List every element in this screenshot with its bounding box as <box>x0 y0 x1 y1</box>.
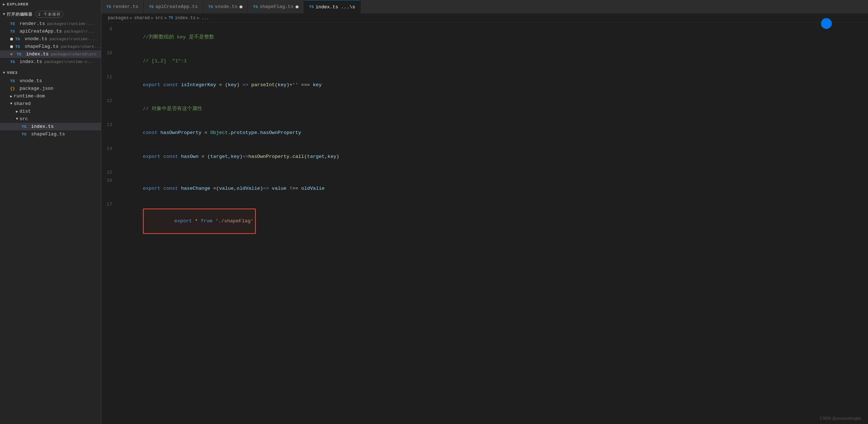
tab-label: apiCreateApp.ts <box>156 4 198 9</box>
open-file-index-runtime[interactable]: TS index.ts packages\runtime-c... <box>0 58 101 66</box>
open-editors-header[interactable]: ▼ 打开的编辑器 2 个未保存 <box>0 9 101 20</box>
ts-icon: TS <box>10 60 17 64</box>
vue3-arrow: ▼ <box>3 71 5 75</box>
tree-file-index-active[interactable]: TS index.ts <box>0 123 101 130</box>
unsaved-badge: 2 个未保存 <box>35 11 63 18</box>
line-number: 15 <box>101 169 119 177</box>
open-file-render[interactable]: TS render.ts packages\runtime-... <box>0 20 101 28</box>
vue3-label: VUE3 <box>7 71 18 75</box>
modified-dot <box>10 45 13 48</box>
code-line-17: 17 export * from './shapeFlag' <box>101 201 868 242</box>
watermark: CSDN @youyoufenglai <box>820 416 861 420</box>
tree-folder-runtime-dom[interactable]: ▶ runtime-dom <box>0 92 101 100</box>
line-content <box>119 169 868 177</box>
tab-render[interactable]: TS render.ts <box>101 0 144 13</box>
tab-label: shapeFlag.ts <box>259 4 293 9</box>
open-file-path: packages\r... <box>64 29 95 34</box>
tab-bar: TS render.ts TS apiCreateApp.ts TS vnode… <box>101 0 868 14</box>
tree-file-shapeflag[interactable]: TS shapeFlag.ts <box>0 130 101 138</box>
open-file-name: index.ts <box>26 51 48 57</box>
explorer-label: EXPLORER <box>7 2 29 7</box>
tree-item-name: index.ts <box>31 124 54 129</box>
close-icon: ✕ <box>10 51 14 57</box>
breadcrumb-sep: ▶ <box>151 15 154 21</box>
line-content: export const hasOwn = (target,key)=>hasO… <box>119 145 868 169</box>
line-number: 9 <box>101 25 119 33</box>
tree-folder-src[interactable]: ▼ src <box>0 115 101 123</box>
breadcrumb: packages ▶ shared ▶ src ▶ TS index.ts ▶ … <box>101 14 868 22</box>
ts-icon: TS <box>253 5 258 9</box>
breadcrumb-packages: packages <box>108 16 129 21</box>
breadcrumb-sep: ▶ <box>165 15 167 21</box>
code-editor[interactable]: 9 //判断数组的 key 是不是整数 10 // [1,2] "1":1 11… <box>101 22 868 424</box>
tab-label: render.ts <box>113 4 138 9</box>
ts-icon: TS <box>10 22 17 26</box>
tree-package-json[interactable]: {} package.json <box>0 85 101 92</box>
tree-item-name: vnode.ts <box>20 78 42 84</box>
line-number: 10 <box>101 49 119 57</box>
line-number: 14 <box>101 145 119 153</box>
code-line-9: 9 //判断数组的 key 是不是整数 <box>101 25 868 49</box>
open-file-apicreateapp[interactable]: TS apiCreateApp.ts packages\r... <box>0 28 101 35</box>
breadcrumb-ellipsis: ... <box>201 16 209 21</box>
open-file-path: packages\share... <box>61 45 101 49</box>
open-file-name: render.ts <box>20 21 45 26</box>
ts-icon: TS <box>15 45 22 49</box>
sidebar: ▶ EXPLORER ▼ 打开的编辑器 2 个未保存 TS render.ts … <box>0 0 101 424</box>
explorer-header[interactable]: ▶ EXPLORER <box>0 0 101 9</box>
json-icon: {} <box>10 87 17 91</box>
breadcrumb-shared: shared <box>134 16 150 21</box>
tree-item-name: shapeFlag.ts <box>31 131 65 137</box>
tab-apicreateapp[interactable]: TS apiCreateApp.ts <box>144 0 203 13</box>
open-file-path: packages\runtime-c... <box>44 60 94 64</box>
line-content: export * from './shapeFlag' <box>119 201 868 242</box>
tab-shapeflag[interactable]: TS shapeFlag.ts <box>248 0 304 13</box>
line-content: // [1,2] "1":1 <box>119 49 868 73</box>
breadcrumb-file: index.ts <box>175 16 196 21</box>
ts-icon: TS <box>169 16 173 20</box>
folder-arrow: ▶ <box>16 109 18 114</box>
folder-arrow: ▶ <box>10 94 12 98</box>
folder-name: shared <box>14 101 31 106</box>
modified-dot <box>296 5 298 8</box>
open-file-index-active[interactable]: ✕ TS index.ts packages\shared\src <box>0 50 101 58</box>
ts-icon: TS <box>208 5 213 9</box>
code-line-12: 12 // 对象中是否有这个属性 <box>101 97 868 121</box>
open-file-name: apiCreateApp.ts <box>20 29 62 34</box>
tree-folder-dist[interactable]: ▶ dist <box>0 108 101 115</box>
open-file-shapeflag[interactable]: TS shapeFlag.ts packages\share... <box>0 43 101 50</box>
open-file-name: shapeFlag.ts <box>25 44 59 49</box>
ts-icon: TS <box>10 29 17 34</box>
ts-icon: TS <box>22 125 29 129</box>
ts-icon: TS <box>106 5 111 9</box>
ts-icon: TS <box>15 37 22 41</box>
ts-icon: TS <box>149 5 153 9</box>
line-number: 12 <box>101 97 119 105</box>
vue3-header[interactable]: ▼ VUE3 <box>0 68 101 77</box>
tab-index-active[interactable]: TS index.ts ...\s <box>304 0 360 13</box>
folder-name: dist <box>20 109 31 114</box>
code-line-14: 14 export const hasOwn = (target,key)=>h… <box>101 145 868 169</box>
ts-icon: TS <box>22 132 29 137</box>
folder-arrow: ▼ <box>16 117 18 121</box>
line-number: 13 <box>101 121 119 129</box>
line-number: 17 <box>101 201 119 209</box>
line-content: const hasOwnProperty = Object.prototype.… <box>119 121 868 145</box>
modified-dot <box>240 5 242 8</box>
breadcrumb-src: src <box>155 16 163 21</box>
line-content: export const isIntegerKey = (key) => par… <box>119 73 868 97</box>
line-content: export const haseChange =(value,oldValie… <box>119 177 868 201</box>
code-line-11: 11 export const isIntegerKey = (key) => … <box>101 73 868 97</box>
code-line-15: 15 <box>101 169 868 177</box>
ts-icon: TS <box>17 52 24 56</box>
open-file-path: packages\runtime-... <box>49 37 97 41</box>
line-content: // 对象中是否有这个属性 <box>119 97 868 121</box>
line-content: //判断数组的 key 是不是整数 <box>119 25 868 49</box>
tab-vnode[interactable]: TS vnode.ts <box>203 0 248 13</box>
tree-vnode[interactable]: TS vnode.ts <box>0 77 101 85</box>
breadcrumb-sep: ▶ <box>130 15 133 21</box>
line-number: 11 <box>101 73 119 81</box>
code-line-13: 13 const hasOwnProperty = Object.prototy… <box>101 121 868 145</box>
open-file-vnode[interactable]: TS vnode.ts packages\runtime-... <box>0 35 101 43</box>
tree-folder-shared[interactable]: ▼ shared <box>0 100 101 108</box>
